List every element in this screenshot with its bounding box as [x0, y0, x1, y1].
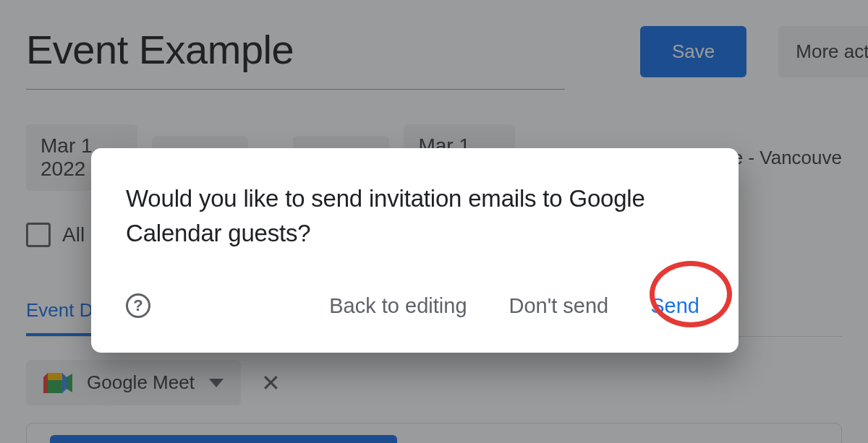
dialog-title: Would you like to send invitation emails… [126, 181, 704, 251]
help-icon[interactable]: ? [126, 293, 150, 318]
dialog-actions: ? Back to editing Don't send Send [126, 288, 704, 324]
back-to-editing-button[interactable]: Back to editing [325, 288, 471, 324]
send-button[interactable]: Send [646, 288, 704, 324]
dont-send-button[interactable]: Don't send [505, 288, 613, 324]
send-invites-dialog: Would you like to send invitation emails… [91, 148, 739, 353]
